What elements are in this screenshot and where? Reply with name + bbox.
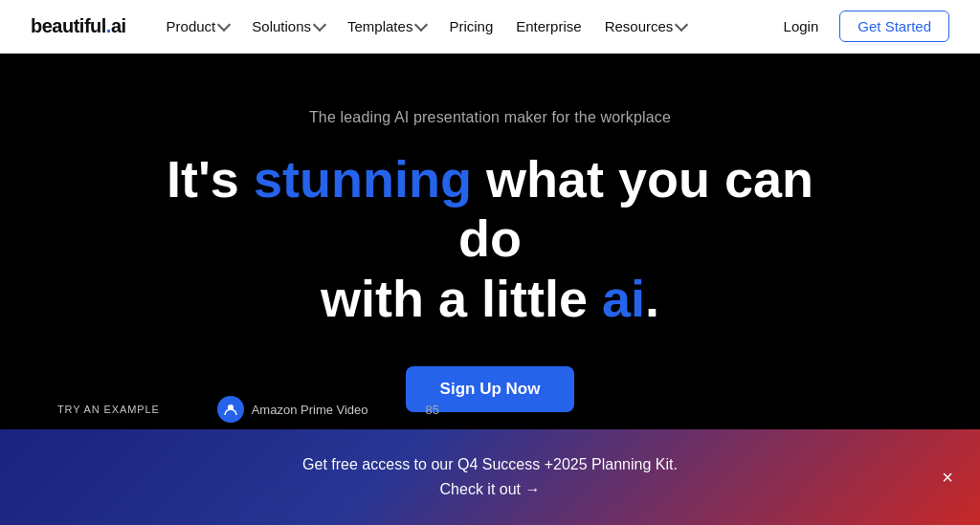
hero-headline: It's stunning what you can do with a lit… [145, 149, 835, 327]
nav-item-templates[interactable]: Templates [338, 12, 435, 40]
logo[interactable]: beautiful.ai [31, 15, 126, 37]
try-number: 85 [426, 403, 439, 417]
try-service-name: Amazon Prime Video [252, 403, 368, 417]
banner-line1: Get free access to our Q4 Success +2025 … [302, 452, 678, 477]
chevron-down-icon [217, 18, 231, 32]
get-started-button[interactable]: Get Started [839, 11, 949, 42]
nav-links: Product Solutions Templates Pricing Ente… [157, 12, 774, 40]
try-example-label: TRY AN EXAMPLE [57, 404, 160, 415]
banner-line2: Check it out → [302, 477, 678, 502]
chevron-down-icon [313, 18, 326, 32]
banner-close-button[interactable]: × [934, 464, 961, 491]
nav-item-pricing[interactable]: Pricing [439, 12, 502, 40]
nav-actions: Login Get Started [774, 11, 949, 42]
chevron-down-icon [414, 18, 428, 32]
hero-accent-stunning: stunning [254, 150, 472, 208]
hero-accent-ai: ai [602, 270, 645, 327]
try-example-bar: TRY AN EXAMPLE Amazon Prime Video 85 [0, 389, 980, 429]
nav-item-solutions[interactable]: Solutions [242, 12, 334, 40]
nav-item-resources[interactable]: Resources [595, 12, 697, 40]
hero-subtitle: The leading AI presentation maker for th… [309, 109, 671, 126]
promo-banner: Get free access to our Q4 Success +2025 … [0, 429, 980, 525]
banner-text: Get free access to our Q4 Success +2025 … [302, 452, 678, 501]
hero-section: The leading AI presentation maker for th… [0, 54, 980, 525]
avatar [217, 396, 244, 423]
nav-item-product[interactable]: Product [157, 12, 239, 40]
try-example-info: Amazon Prime Video [217, 396, 368, 423]
navbar: beautiful.ai Product Solutions Templates… [0, 0, 980, 54]
nav-item-enterprise[interactable]: Enterprise [506, 12, 590, 40]
login-button[interactable]: Login [774, 12, 829, 40]
chevron-down-icon [675, 18, 688, 32]
